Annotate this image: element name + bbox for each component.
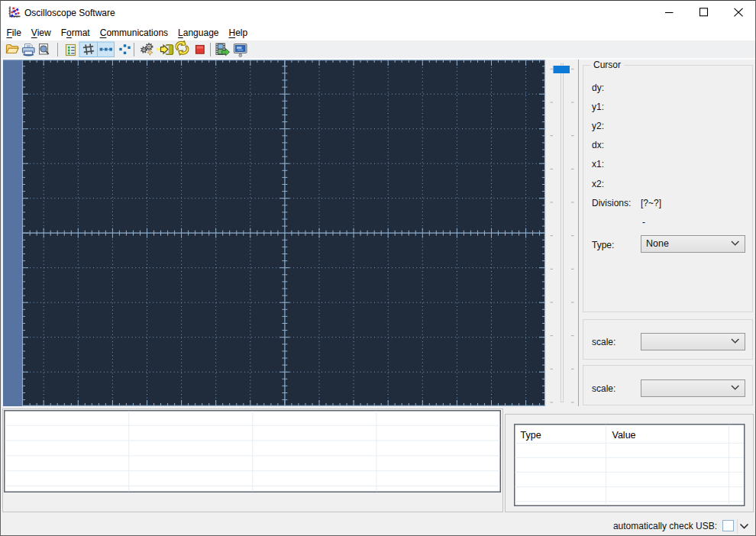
svg-text:Type: Type (521, 430, 541, 441)
svg-text:Value: Value (612, 430, 636, 441)
